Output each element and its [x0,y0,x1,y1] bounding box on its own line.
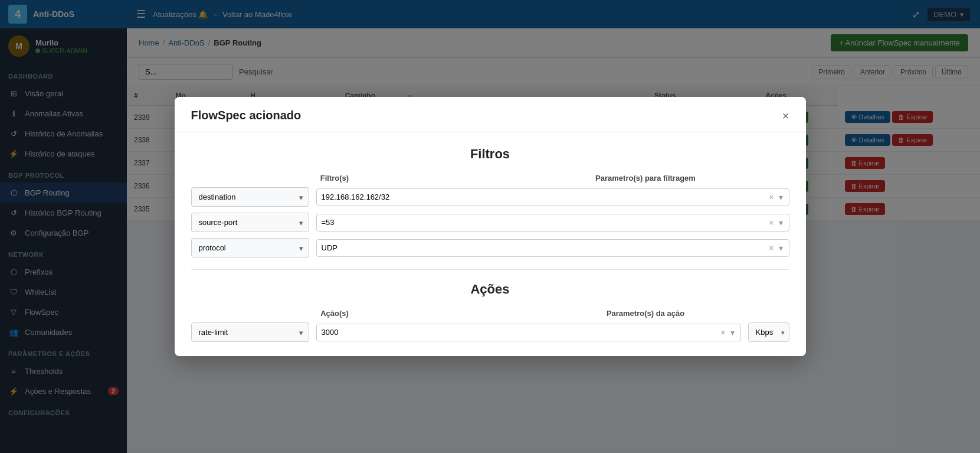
unit-select-wrapper: Kbps Mbps Gbps [748,322,789,342]
action-col-label: Ação(s) [191,309,478,318]
filter-param-input-3: × ▾ [316,239,789,257]
action-param-input: × ▾ [316,324,741,341]
modal-header: FlowSpec acionado × [175,97,806,132]
filter-col-label: Filtro(s) [191,174,478,182]
filter-param-value-1[interactable] [322,193,768,201]
filter-select-1[interactable]: destination source-port protocol [191,187,309,207]
filter-param-input-1: × ▾ [316,188,789,206]
modal-body: Filtros Filtro(s) Parametro(s) para filt… [175,132,806,356]
filter-param-value-2[interactable] [322,218,768,227]
filter-row-1: destination source-port protocol × ▾ [191,187,789,207]
filter-row-2: destination source-port protocol × ▾ [191,213,789,232]
filter-select-wrapper-2: destination source-port protocol [191,213,309,232]
actions-title: Ações [191,282,789,297]
filter-select-3[interactable]: destination source-port protocol [191,238,309,258]
action-param-label: Parametro(s) da ação [502,309,789,318]
filter-clear-btn-2[interactable]: × [768,218,775,227]
filter-select-wrapper-1: destination source-port protocol [191,187,309,207]
action-param-actions: × ▾ [719,328,735,337]
filter-param-input-2: × ▾ [316,214,789,232]
flowspec-modal: FlowSpec acionado × Filtros Filtro(s) Pa… [175,97,806,356]
action-param-value[interactable] [322,328,720,337]
filter-param-actions-1: × ▾ [768,193,784,202]
modal-overlay[interactable]: FlowSpec acionado × Filtros Filtro(s) Pa… [0,0,980,453]
filter-expand-btn-1[interactable]: ▾ [778,193,784,202]
action-select-wrapper: rate-limit [191,322,309,342]
filter-clear-btn-3[interactable]: × [768,243,775,253]
modal-divider [191,269,789,270]
filters-title: Filtros [191,146,789,162]
filter-param-actions-2: × ▾ [768,218,784,227]
modal-title: FlowSpec acionado [191,109,301,122]
filter-param-actions-3: × ▾ [768,243,784,253]
filter-select-2[interactable]: destination source-port protocol [191,213,309,232]
filter-param-label: Parametro(s) para filtragem [502,174,789,182]
action-select[interactable]: rate-limit [191,322,309,342]
action-expand-btn[interactable]: ▾ [729,328,736,337]
filter-expand-btn-2[interactable]: ▾ [778,218,784,227]
action-clear-btn[interactable]: × [719,328,726,337]
filter-select-wrapper-3: destination source-port protocol [191,238,309,258]
modal-close-button[interactable]: × [782,110,789,122]
filter-param-value-3[interactable] [322,243,768,252]
unit-select[interactable]: Kbps Mbps Gbps [748,322,789,342]
filter-expand-btn-3[interactable]: ▾ [778,243,784,253]
filter-row-3: destination source-port protocol × ▾ [191,238,789,258]
action-row: rate-limit × ▾ Kbps Mbps Gbps [191,322,789,342]
filter-clear-btn-1[interactable]: × [768,193,775,202]
